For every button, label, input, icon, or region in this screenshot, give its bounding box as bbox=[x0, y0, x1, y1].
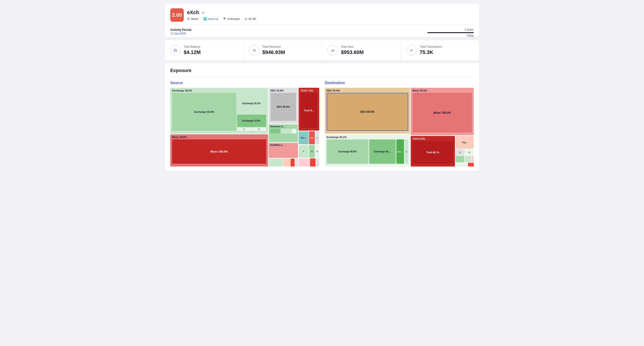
entity-transactions: ◎ 44.3K bbox=[244, 17, 256, 20]
e-cell-1: E bbox=[237, 128, 251, 131]
entity-row: 2.00 eXch ⧉ ⚙ Mixer 🌐 exch.cx bbox=[170, 8, 474, 22]
bro-cell: Bro... bbox=[298, 131, 308, 144]
copy-icon[interactable]: ⧉ bbox=[202, 11, 204, 14]
activity-section: Activity Period 12 Jan 2009 3 years Toda… bbox=[170, 24, 474, 37]
source-theft-label: Theft 7.6% bbox=[300, 89, 317, 92]
e-cell-2: E bbox=[252, 128, 266, 131]
dest-dex-label: DEX 34.4% bbox=[327, 89, 408, 92]
source-theft-block: Theft 7.6% Theft 8... bbox=[298, 88, 319, 130]
flag-icon: ⚑ bbox=[223, 17, 226, 20]
w-cell: W bbox=[309, 145, 315, 158]
balance-label: Total Balance bbox=[184, 45, 200, 48]
stat-sent: ⇄ Total Sent $953.60M bbox=[322, 40, 401, 60]
source-column: Source Exchange 36.0% Exchange 55.8% Exc… bbox=[170, 81, 319, 166]
unknown-s-sub3 bbox=[292, 129, 296, 134]
received-label: Total Received bbox=[262, 45, 285, 48]
sent-icon: ⇄ bbox=[328, 45, 338, 55]
dest-micro-row bbox=[456, 163, 474, 166]
activity-end-label: Today bbox=[428, 34, 474, 37]
source-mixer-block: Mixer 29.8% Mixer 100.0% bbox=[170, 134, 268, 166]
transactions-label: Total Transactions bbox=[420, 45, 442, 48]
dest-small-col: Pay... O B bbox=[456, 136, 474, 166]
dest-dex-99-cell: DEX 99.5% bbox=[327, 93, 408, 131]
received-icon: ⇉ bbox=[249, 45, 259, 55]
dest-ex-30-cell: Exchange 30.... bbox=[369, 140, 396, 164]
balance-value: $4.12M bbox=[184, 49, 200, 55]
destination-treemap: DEX 34.4% DEX 99.5% Exchange 26.1% Excha… bbox=[325, 88, 474, 166]
darkweb-label: DarkWeb 2... bbox=[270, 144, 296, 146]
source-darkweb-block: DarkWeb 2... bbox=[269, 143, 298, 158]
dest-exchange-block: Exchange 26.1% Exchange 48.9% Exchange 3… bbox=[325, 134, 410, 166]
stats-row: ⚖ Total Balance $4.12M ⇉ Total Received … bbox=[165, 40, 479, 60]
dest-ex-48-cell: Exchange 48.9% bbox=[327, 140, 368, 164]
of-cell: OF bbox=[309, 131, 315, 144]
dest-mixer-block: Mixer 25.5% Mixer 100.0% bbox=[411, 88, 474, 135]
b-cell: B bbox=[315, 145, 319, 158]
src-tiny-1 bbox=[298, 158, 310, 166]
dest-tiny-2 bbox=[465, 156, 471, 162]
src-tiny-2 bbox=[310, 158, 316, 166]
p-cell: P bbox=[298, 145, 308, 158]
globe-icon: 🌐 bbox=[203, 17, 207, 20]
activity-start-date: 12 Jan 2009 bbox=[170, 32, 191, 35]
stat-balance: ⚖ Total Balance $4.12M bbox=[165, 40, 244, 60]
unknown-s-label: Unknown S... bbox=[270, 125, 296, 128]
activity-period-label: Activity Period bbox=[170, 28, 191, 32]
mixer-icon: ⚙ bbox=[187, 17, 190, 20]
dest-e-cell: E bbox=[405, 140, 408, 164]
source-exchange-label: Exchange 36.0% bbox=[172, 89, 266, 92]
entity-jurisdiction: ⚑ Unknown bbox=[223, 17, 240, 20]
exposure-grid: Source Exchange 36.0% Exchange 55.8% Exc… bbox=[170, 81, 474, 166]
dest-o-cell: O bbox=[456, 149, 464, 156]
l-cell: L bbox=[315, 131, 319, 144]
unknown-s-sub1 bbox=[270, 129, 280, 134]
exposure-title: Exposure bbox=[170, 68, 474, 73]
timeline-bar bbox=[428, 32, 474, 33]
source-right-small: Bro... OF L bbox=[298, 131, 319, 144]
src-tiny-3 bbox=[316, 158, 319, 166]
exchange-13-cell: Exchange 13.6% bbox=[237, 115, 266, 127]
source-treemap: Exchange 36.0% Exchange 55.8% Exchange 2… bbox=[170, 88, 319, 166]
dest-mixer-label: Mixer 25.5% bbox=[412, 89, 472, 92]
dest-mixer-100-cell: Mixer 100.0% bbox=[412, 93, 472, 132]
sent-label: Total Sent bbox=[341, 45, 364, 48]
exposure-section: Exposure Source Exchange 36.0% Exchange … bbox=[165, 63, 479, 171]
source-mixer-label: Mixer 29.8% bbox=[172, 136, 266, 138]
source-dex-block: DEX 10.8% DEX 99.9% bbox=[269, 88, 298, 124]
dest-b-cell: B bbox=[465, 149, 474, 156]
stat-transactions: ⇌ Total Transactions 75.3K bbox=[401, 40, 480, 60]
theft-inner-cell: Theft 8... bbox=[300, 93, 317, 128]
source-small-row bbox=[269, 159, 298, 166]
source-right-small-2: P W B bbox=[298, 145, 319, 158]
entity-type: ⚙ Mixer bbox=[187, 17, 198, 20]
dest-pay-cell: Pay... bbox=[456, 136, 474, 149]
dest-micro-1 bbox=[456, 163, 468, 166]
dest-bottom-right: Theft 6.8% Theft 88.7% Pay... O B bbox=[411, 136, 474, 166]
mixer-100-cell: Mixer 100.0% bbox=[172, 140, 266, 164]
exchange-55-cell: Exchange 55.8% bbox=[172, 93, 236, 131]
entity-info: eXch ⧉ ⚙ Mixer 🌐 exch.cx ⚑ Unknown bbox=[187, 10, 256, 20]
exchange-25-cell: Exchange 25.2% bbox=[237, 93, 266, 114]
source-unknown-block: Unknown S... bbox=[269, 124, 298, 142]
dest-exchange-label: Exchange 26.1% bbox=[327, 136, 408, 138]
received-value: $946.93M bbox=[262, 49, 285, 55]
stat-received: ⇉ Total Received $946.93M bbox=[244, 40, 322, 60]
dest-tiny-row bbox=[456, 156, 474, 162]
score-badge: 2.00 bbox=[170, 8, 184, 22]
dest-theft-88-cell: Theft 88.7% bbox=[412, 141, 453, 164]
entity-meta: ⚙ Mixer 🌐 exch.cx ⚑ Unknown ◎ 44.3K bbox=[187, 17, 256, 20]
dest-theft-block: Theft 6.8% Theft 88.7% bbox=[411, 136, 455, 166]
entity-website[interactable]: 🌐 exch.cx bbox=[203, 17, 218, 20]
source-label: Source bbox=[170, 81, 319, 85]
entity-name: eXch bbox=[187, 10, 199, 16]
source-dex-label: DEX 10.8% bbox=[270, 89, 296, 92]
transactions-value: 75.3K bbox=[420, 49, 442, 55]
source-right-tiny bbox=[298, 158, 319, 166]
source-exchange-block: Exchange 36.0% Exchange 55.8% Exchange 2… bbox=[170, 88, 268, 134]
activity-duration: 3 years bbox=[428, 28, 474, 31]
src-small-1 bbox=[269, 159, 282, 166]
src-small-4 bbox=[295, 159, 298, 166]
src-small-2 bbox=[283, 159, 290, 166]
dest-dex-block: DEX 34.4% DEX 99.5% bbox=[325, 88, 410, 134]
dest-tiny-1 bbox=[456, 156, 464, 162]
